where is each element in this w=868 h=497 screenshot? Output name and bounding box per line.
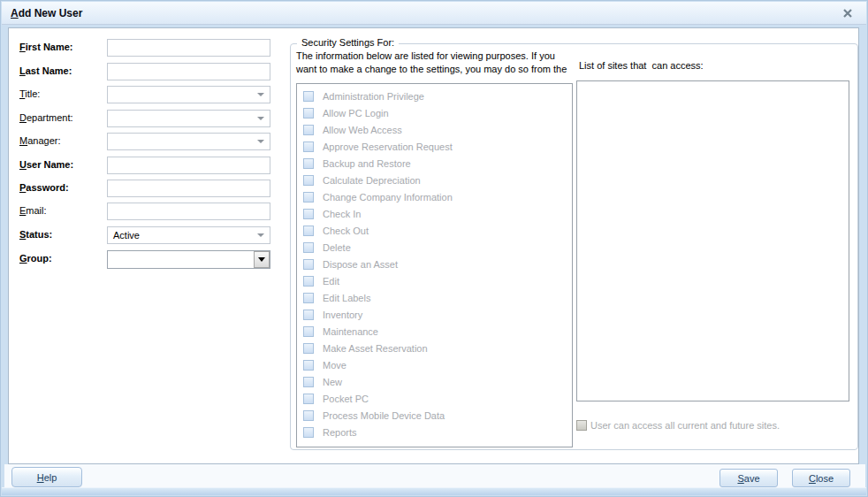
privilege-checkbox[interactable]	[303, 343, 314, 354]
privilege-item[interactable]: Dispose an Asset	[297, 256, 572, 272]
all-sites-checkbox-label: User can access all current and future s…	[590, 420, 780, 431]
privilege-item[interactable]: Allow PC Login	[297, 104, 572, 121]
security-settings-legend: Security Settings For:	[297, 37, 399, 48]
privilege-item[interactable]: Move	[297, 356, 572, 373]
privilege-checkbox[interactable]	[303, 326, 314, 337]
privilege-label: Move	[323, 360, 346, 371]
privilege-item[interactable]: Check Out	[297, 222, 572, 239]
last-name-input[interactable]	[107, 63, 270, 80]
privilege-label: Inventory	[323, 310, 362, 320]
privilege-checkbox[interactable]	[303, 209, 314, 219]
privilege-item[interactable]: Pocket PC	[297, 390, 572, 407]
privilege-item[interactable]: Reports	[297, 424, 572, 440]
privilege-label: Edit	[323, 276, 339, 287]
email-field[interactable]	[107, 203, 270, 220]
save-button[interactable]: Save	[720, 469, 778, 487]
add-new-user-dialog: Add New User First Name: Last Name: Titl…	[0, 0, 868, 497]
form-row-title: Title:	[13, 86, 275, 104]
help-button[interactable]: Help	[11, 467, 82, 487]
chevron-down-icon	[257, 117, 264, 120]
sites-listbox[interactable]	[576, 80, 849, 401]
privilege-label: Reports	[323, 427, 357, 438]
privilege-checkbox[interactable]	[303, 125, 314, 135]
group-label: Group:	[19, 253, 52, 264]
privilege-checkbox[interactable]	[303, 276, 314, 287]
privilege-label: Make Asset Reservation	[323, 343, 428, 354]
privilege-checkbox[interactable]	[303, 108, 314, 119]
dialog-client-area: First Name: Last Name: Title: Department…	[8, 27, 859, 464]
privilege-label: Process Mobile Device Data	[323, 410, 445, 421]
titlebar[interactable]: Add New User	[2, 2, 866, 25]
privilege-label: Check Out	[323, 226, 369, 236]
privilege-item[interactable]: Inventory	[297, 306, 572, 323]
status-select[interactable]: Active	[107, 226, 270, 244]
privilege-checkbox[interactable]	[303, 226, 314, 236]
privilege-item[interactable]: Calculate Depreciation	[297, 172, 572, 188]
privilege-checkbox[interactable]	[303, 141, 314, 152]
privilege-item[interactable]: Edit Labels	[297, 289, 572, 306]
group-dropdown-button[interactable]	[254, 251, 270, 268]
privilege-label: Change Company Information	[323, 192, 453, 203]
privilege-item[interactable]: Delete	[297, 239, 572, 256]
all-sites-checkbox-row: User can access all current and future s…	[576, 420, 780, 431]
privilege-checkbox[interactable]	[303, 394, 314, 404]
privilege-item[interactable]: Check In	[297, 205, 572, 222]
all-sites-checkbox[interactable]	[576, 420, 587, 431]
privilege-item[interactable]: Change Company Information	[297, 188, 572, 205]
privilege-checkbox[interactable]	[303, 259, 314, 270]
privilege-item[interactable]: New	[297, 373, 572, 390]
last-name-label: Last Name:	[19, 65, 72, 76]
privilege-item[interactable]: Maintenance	[297, 323, 572, 340]
form-row-email: Email:	[13, 203, 275, 221]
security-description-line1: The information below are listed for vie…	[296, 50, 567, 63]
close-icon[interactable]	[841, 6, 854, 19]
privilege-label: Dispose an Asset	[323, 259, 398, 270]
chevron-down-icon	[257, 233, 264, 237]
password-input[interactable]	[107, 180, 270, 197]
title-select[interactable]	[107, 86, 270, 103]
department-label: Department:	[19, 112, 73, 123]
privilege-checkbox[interactable]	[303, 192, 314, 203]
privilege-label: New	[323, 377, 342, 387]
manager-select[interactable]	[107, 133, 270, 150]
privilege-label: Allow PC Login	[323, 108, 389, 119]
privilege-checkbox[interactable]	[303, 91, 314, 102]
department-select[interactable]	[107, 110, 270, 127]
privilege-checkbox[interactable]	[303, 360, 314, 371]
privilege-checkbox[interactable]	[303, 410, 314, 421]
privilege-checkbox[interactable]	[303, 158, 314, 169]
sites-list-label: List of sites that can access:	[579, 60, 704, 71]
privileges-list: Administration PrivilegeAllow PC LoginAl…	[296, 83, 573, 447]
security-description-line2: want to make a change to the settings, y…	[296, 63, 567, 76]
chevron-down-icon	[257, 140, 264, 143]
group-select[interactable]	[107, 250, 270, 269]
form-row-user-name: User Name:	[13, 157, 275, 175]
privilege-checkbox[interactable]	[303, 293, 314, 303]
user-name-input[interactable]	[107, 157, 270, 174]
security-description: The information below are listed for vie…	[296, 50, 567, 76]
form-row-last-name: Last Name:	[13, 63, 275, 81]
privilege-label: Pocket PC	[323, 394, 369, 404]
privilege-item[interactable]: Make Asset Reservation	[297, 340, 572, 356]
privilege-label: Calculate Depreciation	[323, 175, 421, 186]
privilege-item[interactable]: Process Mobile Device Data	[297, 407, 572, 424]
close-icon-glyph	[842, 8, 853, 19]
privilege-checkbox[interactable]	[303, 310, 314, 320]
form-row-first-name: First Name:	[13, 39, 275, 57]
privilege-item[interactable]: Edit	[297, 272, 572, 289]
privilege-checkbox[interactable]	[303, 377, 314, 387]
footer: Help Save Close	[4, 464, 865, 490]
form-row-status: Status: Active	[13, 226, 275, 245]
privilege-label: Maintenance	[323, 326, 378, 337]
privilege-item[interactable]: Approve Reservation Request	[297, 138, 572, 155]
privilege-item[interactable]: Allow Web Access	[297, 121, 572, 138]
privilege-checkbox[interactable]	[303, 175, 314, 186]
close-button[interactable]: Close	[792, 469, 850, 487]
privilege-item[interactable]: Administration Privilege	[297, 88, 572, 104]
privilege-label: Backup and Restore	[323, 158, 411, 169]
form-row-manager: Manager:	[13, 133, 275, 151]
privilege-checkbox[interactable]	[303, 242, 314, 253]
first-name-input[interactable]	[107, 39, 270, 57]
privilege-checkbox[interactable]	[303, 427, 314, 438]
privilege-item[interactable]: Backup and Restore	[297, 155, 572, 172]
